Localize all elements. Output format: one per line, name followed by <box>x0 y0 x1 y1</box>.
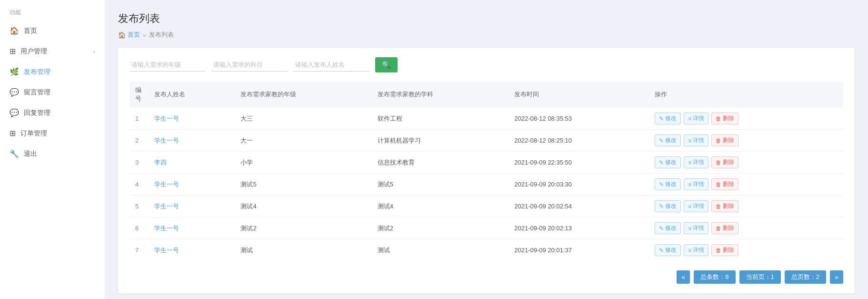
edit-icon: ✎ <box>659 137 664 144</box>
reply-icon: 💬 <box>10 108 19 117</box>
search-button[interactable]: 🔍 <box>375 57 398 72</box>
delete-icon: 🗑 <box>716 137 721 144</box>
content-card: 🔍 编号 发布人姓名 发布需求家教的年级 发布需求家教的学科 发布时间 操作 1… <box>118 48 855 293</box>
chevron-right-icon: › <box>93 48 95 55</box>
pagination-row: « 总条数：8 当前页：1 总页数：2 » <box>130 270 843 284</box>
sidebar-section-label: 功能 <box>0 0 105 21</box>
cell-id: 5 <box>130 196 149 217</box>
action-group: ✎ 修改 ≡ 详情 🗑 删除 <box>655 113 838 124</box>
delete-button[interactable]: 🗑 删除 <box>711 244 738 256</box>
cell-actions: ✎ 修改 ≡ 详情 🗑 删除 <box>649 217 843 239</box>
detail-button[interactable]: ≡ 详情 <box>684 244 708 256</box>
cell-grade: 测试4 <box>235 196 371 217</box>
edit-button[interactable]: ✎ 修改 <box>655 134 681 146</box>
table-row: 6 学生一号 测试2 测试2 2021-09-09 20:02:13 ✎ 修改 … <box>130 217 843 239</box>
table-row: 2 学生一号 大一 计算机机器学习 2022-08-12 08:25:10 ✎ … <box>130 130 843 152</box>
cell-name: 学生一号 <box>149 130 235 152</box>
delete-button[interactable]: 🗑 删除 <box>711 134 738 146</box>
sidebar-item-home[interactable]: 🏠 首页 <box>0 21 105 41</box>
search-icon: 🔍 <box>382 61 391 69</box>
delete-icon: 🗑 <box>716 115 721 122</box>
detail-button[interactable]: ≡ 详情 <box>684 178 708 190</box>
grade-filter-input[interactable] <box>130 58 206 72</box>
col-action: 操作 <box>649 81 843 108</box>
breadcrumb-home-link[interactable]: 首页 <box>128 31 140 39</box>
total-count: 总条数：8 <box>694 270 735 284</box>
next-page-button[interactable]: » <box>830 270 843 284</box>
detail-icon: ≡ <box>688 225 691 232</box>
edit-button[interactable]: ✎ 修改 <box>655 200 681 212</box>
cell-name: 学生一号 <box>149 196 235 217</box>
col-grade: 发布需求家教的年级 <box>235 81 371 108</box>
sidebar-item-label: 退出 <box>24 150 37 158</box>
detail-icon: ≡ <box>688 203 691 210</box>
sidebar-item-user-management[interactable]: ⊞ 用户管理 › <box>0 41 105 62</box>
delete-button[interactable]: 🗑 删除 <box>711 113 738 124</box>
table-row: 4 学生一号 测试5 测试5 2021-09-09 20:03:30 ✎ 修改 … <box>130 174 843 196</box>
table-header-row: 编号 发布人姓名 发布需求家教的年级 发布需求家教的学科 发布时间 操作 <box>130 81 843 108</box>
delete-button[interactable]: 🗑 删除 <box>711 222 738 234</box>
edit-button[interactable]: ✎ 修改 <box>655 113 681 124</box>
edit-button[interactable]: ✎ 修改 <box>655 178 681 190</box>
delete-icon: 🗑 <box>716 247 721 254</box>
sidebar-item-comment-management[interactable]: 💬 留言管理 <box>0 82 105 103</box>
breadcrumb-current: 发布列表 <box>149 31 174 39</box>
breadcrumb: 🏠 首页 » 发布列表 <box>118 31 855 39</box>
cell-time: 2021-09-09 20:01:37 <box>509 239 649 261</box>
detail-button[interactable]: ≡ 详情 <box>684 156 708 168</box>
cell-subject: 信息技术教育 <box>372 152 509 174</box>
sidebar-item-reply-management[interactable]: 💬 回复管理 <box>0 103 105 123</box>
edit-button[interactable]: ✎ 修改 <box>655 156 681 168</box>
delete-icon: 🗑 <box>716 181 721 188</box>
col-name: 发布人姓名 <box>149 81 235 108</box>
order-icon: ⊞ <box>10 129 16 138</box>
cell-grade: 测试5 <box>235 174 371 196</box>
cell-grade: 大三 <box>235 108 371 130</box>
cell-time: 2021-09-09 20:03:30 <box>509 174 649 196</box>
detail-icon: ≡ <box>688 137 691 144</box>
cell-actions: ✎ 修改 ≡ 详情 🗑 删除 <box>649 152 843 174</box>
sidebar-item-label: 回复管理 <box>24 109 50 117</box>
main-content: 发布列表 🏠 首页 » 发布列表 🔍 编号 发布人姓名 发布需求家教的年级 发布… <box>105 0 868 299</box>
detail-icon: ≡ <box>688 159 691 166</box>
delete-button[interactable]: 🗑 删除 <box>711 156 738 168</box>
cell-time: 2021-09-09 22:35:50 <box>509 152 649 174</box>
wrench-icon: 🔧 <box>10 149 19 158</box>
cell-id: 1 <box>130 108 149 130</box>
breadcrumb-separator: » <box>143 31 146 39</box>
detail-button[interactable]: ≡ 详情 <box>684 134 708 146</box>
cell-id: 6 <box>130 217 149 239</box>
grid-icon: ⊞ <box>10 47 16 56</box>
detail-button[interactable]: ≡ 详情 <box>684 200 708 212</box>
delete-button[interactable]: 🗑 删除 <box>711 178 738 190</box>
subject-filter-input[interactable] <box>211 58 288 72</box>
publish-table: 编号 发布人姓名 发布需求家教的年级 发布需求家教的学科 发布时间 操作 1 学… <box>130 81 843 261</box>
sidebar-item-publish-management[interactable]: 🌿 发布管理 <box>0 62 105 82</box>
edit-icon: ✎ <box>659 203 664 210</box>
sidebar-item-logout[interactable]: 🔧 退出 <box>0 144 105 164</box>
cell-id: 7 <box>130 239 149 261</box>
delete-button[interactable]: 🗑 删除 <box>711 200 738 212</box>
cell-subject: 计算机机器学习 <box>372 130 509 152</box>
detail-button[interactable]: ≡ 详情 <box>684 113 708 124</box>
action-group: ✎ 修改 ≡ 详情 🗑 删除 <box>655 134 838 146</box>
edit-icon: ✎ <box>659 115 664 122</box>
edit-button[interactable]: ✎ 修改 <box>655 244 681 256</box>
action-group: ✎ 修改 ≡ 详情 🗑 删除 <box>655 222 838 234</box>
detail-button[interactable]: ≡ 详情 <box>684 222 708 234</box>
cell-id: 2 <box>130 130 149 152</box>
action-group: ✎ 修改 ≡ 详情 🗑 删除 <box>655 178 838 190</box>
sidebar-item-order-management[interactable]: ⊞ 订单管理 <box>0 123 105 144</box>
sidebar-item-label: 发布管理 <box>24 68 50 76</box>
cell-actions: ✎ 修改 ≡ 详情 🗑 删除 <box>649 196 843 217</box>
leaf-icon: 🌿 <box>10 67 19 76</box>
cell-time: 2021-09-09 20:02:13 <box>509 217 649 239</box>
prev-page-button[interactable]: « <box>677 270 690 284</box>
publisher-filter-input[interactable] <box>293 58 369 72</box>
cell-subject: 测试5 <box>372 174 509 196</box>
cell-name: 李四 <box>149 152 235 174</box>
home-icon: 🏠 <box>10 26 19 35</box>
edit-button[interactable]: ✎ 修改 <box>655 222 681 234</box>
delete-icon: 🗑 <box>716 225 721 232</box>
total-pages: 总页数：2 <box>785 270 826 284</box>
